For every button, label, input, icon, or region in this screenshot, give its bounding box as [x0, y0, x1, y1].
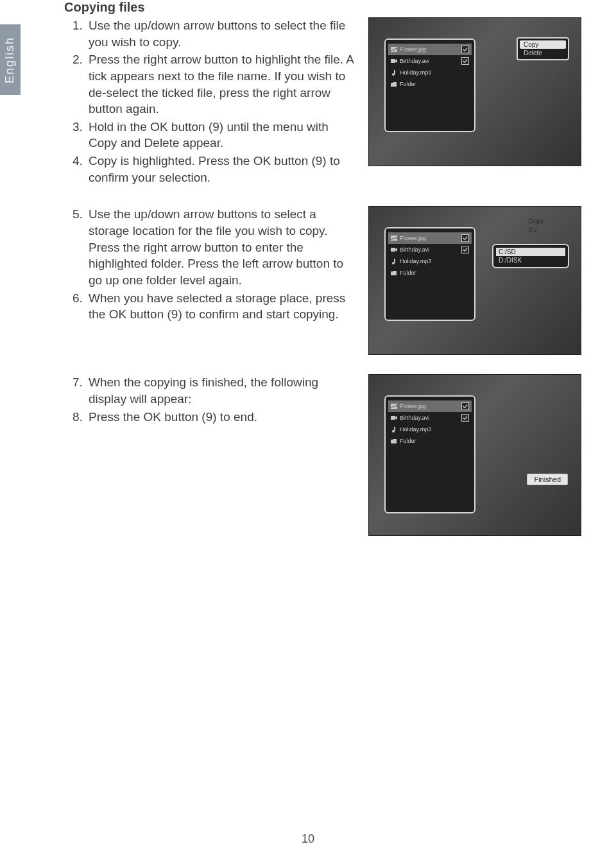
list-item: Birthday.avi [388, 55, 472, 67]
checkbox-checked-icon [461, 46, 469, 53]
file-label: Folder [400, 81, 416, 87]
list-item: Holiday.mp3 [388, 67, 472, 78]
step-1: Use the up/down arrow buttons to select … [86, 17, 359, 50]
image-icon [391, 235, 397, 241]
audio-icon [391, 69, 397, 76]
svg-rect-6 [391, 248, 395, 252]
video-icon [391, 246, 397, 253]
language-tab-label: English [4, 36, 17, 83]
finished-badge: Finished [527, 474, 568, 485]
list-item: Birthday.avi [388, 412, 472, 424]
list-item: Flower.jpg [388, 44, 472, 55]
action-popup: Copy Delete [517, 37, 569, 60]
audio-icon [391, 258, 397, 264]
svg-rect-8 [394, 259, 395, 262]
svg-rect-5 [391, 236, 397, 241]
list-item: Folder [388, 267, 472, 279]
folder-icon [391, 81, 397, 87]
svg-marker-12 [395, 416, 397, 420]
svg-rect-10 [391, 404, 397, 409]
destination-option: D:/DISK [496, 256, 565, 264]
steps-7-8: When the copying is finished, the follow… [64, 374, 359, 426]
list-item: Holiday.mp3 [388, 424, 472, 435]
audio-icon [391, 426, 397, 433]
file-list-panel: Flower.jpg Birthday.avi Holiday.mp3 [384, 395, 475, 513]
destination-panel: C:/SD D:/DISK [492, 244, 569, 268]
checkbox-checked-icon [461, 246, 469, 254]
dest-header-copy: Copy [529, 217, 543, 226]
dest-header: Copy C:/ [529, 217, 543, 235]
file-list-panel: Flower.jpg Birthday.avi Holiday.mp3 [384, 227, 475, 321]
svg-rect-11 [391, 416, 395, 420]
svg-marker-2 [395, 59, 397, 63]
file-label: Birthday.avi [400, 58, 429, 64]
file-label: Holiday.mp3 [400, 258, 431, 264]
list-item: Flower.jpg [388, 400, 472, 412]
step-8: Press the OK button (9) to end. [86, 409, 359, 426]
folder-icon [391, 438, 397, 444]
svg-marker-7 [395, 248, 397, 252]
popup-option-delete: Delete [520, 49, 566, 57]
step-3: Hold in the OK button (9) until the menu… [86, 119, 359, 151]
file-label: Holiday.mp3 [400, 69, 431, 76]
file-label: Birthday.avi [400, 246, 429, 253]
folder-icon [391, 270, 397, 276]
step-5: Use the up/down arrow buttons to select … [86, 206, 359, 288]
checkbox-checked-icon [461, 414, 469, 422]
file-label: Holiday.mp3 [400, 426, 431, 433]
image-icon [391, 403, 397, 409]
section-2: Use the up/down arrow buttons to select … [64, 206, 584, 355]
video-icon [391, 415, 397, 421]
figure-2: Flower.jpg Birthday.avi Holiday.mp3 [368, 206, 581, 355]
file-label: Flower.jpg [400, 235, 426, 241]
page-content: Copying files Use the up/down arrow butt… [64, 0, 584, 555]
list-item: Folder [388, 435, 472, 447]
section-3: When the copying is finished, the follow… [64, 374, 584, 536]
video-icon [391, 58, 397, 64]
step-2: Press the right arrow button to highligh… [86, 51, 359, 117]
list-item: Birthday.avi [388, 244, 472, 255]
figure-3: Flower.jpg Birthday.avi Holiday.mp3 [368, 374, 581, 536]
file-label: Flower.jpg [400, 403, 426, 409]
file-label: Birthday.avi [400, 415, 429, 421]
step-4: Copy is highlighted. Press the OK button… [86, 153, 359, 185]
file-label: Folder [400, 270, 416, 276]
svg-rect-13 [394, 427, 395, 431]
svg-rect-0 [391, 47, 397, 52]
dest-header-path: C:/ [529, 226, 543, 235]
svg-point-4 [392, 73, 395, 76]
list-item: Folder [388, 78, 472, 90]
figure-1: Flower.jpg Birthday.avi Holiday.mp3 [368, 17, 581, 166]
svg-rect-3 [394, 70, 395, 74]
svg-rect-1 [391, 59, 395, 63]
checkbox-checked-icon [461, 234, 469, 242]
steps-5-6: Use the up/down arrow buttons to select … [64, 206, 359, 323]
file-label: Flower.jpg [400, 46, 426, 53]
svg-point-14 [392, 430, 395, 433]
step-7: When the copying is finished, the follow… [86, 374, 359, 407]
steps-1-4: Use the up/down arrow buttons to select … [64, 17, 359, 187]
list-item: Flower.jpg [388, 232, 472, 244]
file-label: Folder [400, 438, 416, 444]
image-icon [391, 46, 397, 53]
svg-point-9 [392, 262, 395, 264]
section-1: Use the up/down arrow buttons to select … [64, 17, 584, 187]
popup-option-copy: Copy [520, 40, 566, 49]
page-number: 10 [0, 832, 616, 846]
list-item: Holiday.mp3 [388, 255, 472, 267]
checkbox-checked-icon [461, 402, 469, 410]
section-heading: Copying files [64, 0, 584, 15]
step-6: When you have selected a storage place, … [86, 290, 359, 323]
checkbox-checked-icon [461, 57, 469, 65]
destination-option: C:/SD [496, 248, 565, 256]
file-list-panel: Flower.jpg Birthday.avi Holiday.mp3 [384, 39, 475, 132]
language-tab: English [0, 24, 21, 95]
